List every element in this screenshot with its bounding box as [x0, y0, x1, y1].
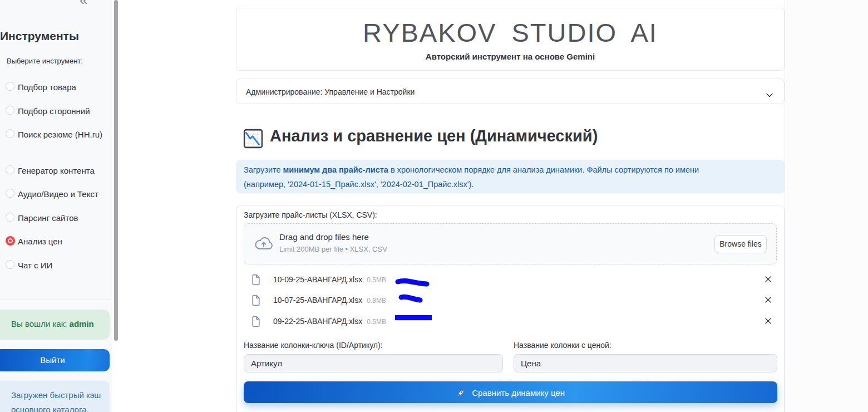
admin-settings-expander[interactable]: Администрирование: Управление и Настройк…: [236, 79, 785, 104]
logout-button[interactable]: Выйти: [0, 349, 110, 371]
radio-label: Подбор товара: [18, 81, 104, 94]
file-size: 0.5MB: [367, 276, 386, 284]
uploaded-file-row: 10-07-25-АВАНГАРД.xlsx0.8MB: [236, 292, 785, 309]
page-right-margin: [785, 0, 868, 412]
radio-label: Генератор контента: [18, 164, 104, 178]
file-name: 09-22-25-АВАНГАРД.xlsx0.5MB: [273, 317, 386, 326]
file-name: 10-07-25-АВАНГАРД.xlsx0.8MB: [273, 296, 386, 305]
info-alert: Загрузите минимум два прайс-листа в хрон…: [236, 160, 785, 193]
radio-label: Поиск резюме (HH.ru): [18, 128, 104, 141]
app-logo: RYBAKOV STUDIO AI: [236, 17, 784, 48]
sidebar-title: Инструменты: [0, 30, 79, 43]
uploaded-file-row: 09-22-25-АВАНГАРД.xlsx0.5MB: [236, 313, 785, 330]
sidebar-collapse-icon[interactable]: «: [80, 0, 87, 9]
file-icon: [251, 316, 261, 330]
sidebar: « Инструменты Выберите инструмент: Подбо…: [0, 0, 112, 412]
chart-decreasing-icon: [243, 129, 263, 151]
file-icon: [251, 274, 261, 288]
login-status-badge: Вы вошли как: admin: [0, 310, 110, 340]
cloud-upload-icon: [254, 236, 274, 254]
expander-label: Администрирование: Управление и Настройк…: [246, 87, 415, 96]
app-logo-subtitle: Авторский инструмент на основе Gemini: [236, 52, 784, 61]
file-size: 0.8MB: [367, 297, 386, 305]
app-page: « Инструменты Выберите инструмент: Подбо…: [0, 0, 868, 412]
uploader-card: Загрузите прайс-листы (XLSX, CSV): Drag …: [236, 205, 785, 412]
radio-icon[interactable]: [6, 82, 14, 91]
file-dropzone[interactable]: Drag and drop files here Limit 200MB per…: [244, 223, 777, 264]
uploader-label: Загрузите прайс-листы (XLSX, CSV):: [244, 210, 377, 219]
radio-label: Парсинг сайтов: [18, 212, 104, 225]
price-column-input[interactable]: [514, 354, 777, 372]
key-column-label: Название колонки-ключа (ID/Артикул):: [244, 341, 383, 350]
sidebar-subtitle: Выберите инструмент:: [7, 57, 83, 65]
radio-icon[interactable]: [6, 189, 14, 198]
uploaded-file-row: 10-09-25-АВАНГАРД.xlsx0.5MB: [236, 272, 785, 288]
file-size: 0.5MB: [367, 318, 386, 326]
login-user: admin: [70, 319, 94, 328]
page-title: Анализ и сравнение цен (Динамический): [270, 127, 598, 145]
annotation-marks: [392, 274, 442, 327]
radio-label: Подбор сторонний: [18, 105, 104, 118]
remove-file-button[interactable]: [762, 274, 774, 286]
rocket-icon: [456, 388, 466, 398]
radio-icon[interactable]: [6, 260, 14, 269]
chevron-down-icon[interactable]: [766, 90, 773, 100]
compare-prices-button[interactable]: Сравнить динамику цен: [244, 381, 777, 403]
cache-notice: Загружен быстрый кэш основного каталога.: [0, 381, 110, 412]
file-name: 10-09-25-АВАНГАРД.xlsx0.5MB: [273, 275, 386, 284]
key-column-input[interactable]: [244, 354, 503, 372]
sidebar-divider: [0, 300, 110, 300]
radio-label: Аудио/Видео и Текст: [18, 188, 104, 201]
radio-icon[interactable]: [6, 106, 14, 115]
file-icon: [251, 295, 261, 308]
price-column-label: Название колонки с ценой:: [514, 341, 611, 350]
browse-files-button[interactable]: Browse files: [714, 235, 767, 253]
info-text-bold: минимум два прайс-листа: [283, 165, 388, 174]
radio-selected-icon[interactable]: [6, 236, 15, 246]
radio-label: Чат с ИИ: [18, 259, 104, 272]
remove-file-button[interactable]: [762, 316, 774, 328]
compare-button-label: Сравнить динамику цен: [472, 388, 565, 398]
radio-icon[interactable]: [6, 213, 14, 222]
header-card: RYBAKOV STUDIO AI Авторский инструмент н…: [236, 8, 785, 71]
sidebar-scrollbar[interactable]: [114, 0, 118, 341]
remove-file-button[interactable]: [762, 295, 774, 307]
radio-icon[interactable]: [6, 129, 14, 138]
login-status-text: Вы вошли как:: [11, 319, 70, 328]
radio-icon[interactable]: [6, 165, 14, 174]
dropzone-title: Drag and drop files here: [279, 232, 369, 242]
dropzone-hint: Limit 200MB per file • XLSX, CSV: [279, 245, 387, 253]
info-text-prefix: Загрузите: [244, 165, 283, 174]
radio-label: Анализ цен: [18, 235, 104, 248]
